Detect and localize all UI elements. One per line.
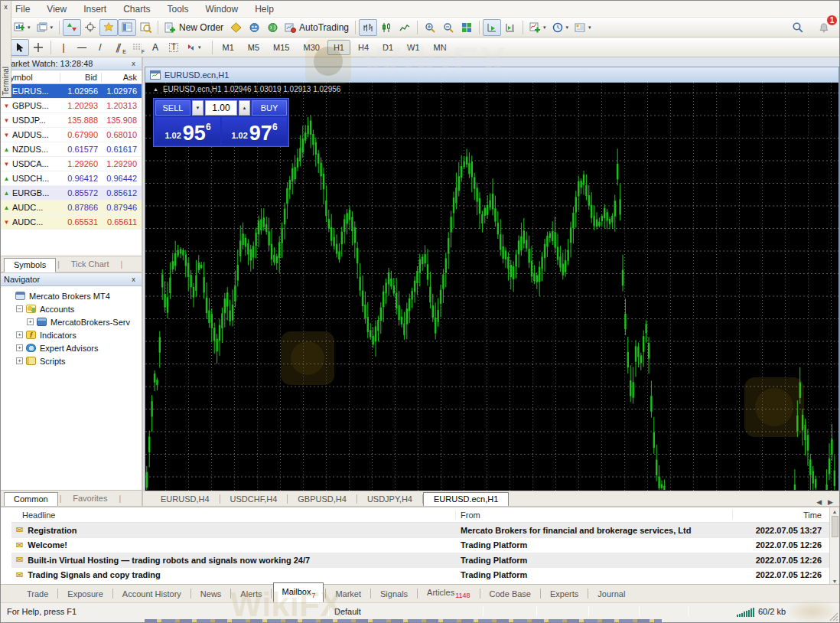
- cursor-tool-button[interactable]: [11, 39, 29, 56]
- data-window-button[interactable]: [81, 19, 99, 36]
- menu-item-window[interactable]: Window: [197, 2, 247, 17]
- expand-icon[interactable]: +: [16, 357, 23, 364]
- resize-grip[interactable]: [829, 612, 838, 621]
- new-chart-button[interactable]: ▾: [11, 19, 34, 36]
- tree-item-mercato-brokers-mt4[interactable]: Mercato Brokers MT4: [4, 289, 142, 302]
- scroll-down-icon[interactable]: ▼: [832, 579, 838, 584]
- mailbox-row[interactable]: ✉Trading Signals and copy tradingTrading…: [11, 568, 829, 583]
- expand-icon[interactable]: +: [16, 331, 23, 338]
- tab-scroll-left-icon[interactable]: ◀: [816, 498, 822, 506]
- timeframe-m5[interactable]: M5: [242, 40, 265, 55]
- terminal-tab-journal[interactable]: Journal: [590, 587, 633, 601]
- collapse-icon[interactable]: −: [16, 305, 23, 312]
- terminal-tab-trade[interactable]: Trade: [19, 587, 56, 601]
- sell-price-box[interactable]: 1.02 95 6: [155, 117, 220, 145]
- menu-item-insert[interactable]: Insert: [75, 2, 115, 17]
- market-watch-row[interactable]: ▼USDJP...135.888135.908: [1, 113, 142, 128]
- trendline-tool-button[interactable]: /: [91, 39, 109, 56]
- menu-item-help[interactable]: Help: [246, 2, 282, 17]
- chart-canvas[interactable]: ▲ EURUSD.ecn,H1 1.02946 1.03019 1.02913 …: [145, 83, 838, 491]
- new-order-button[interactable]: New Order: [161, 19, 226, 36]
- chart-shift-button[interactable]: [501, 19, 519, 36]
- terminal-tab-signals[interactable]: Signals: [373, 587, 415, 601]
- timeframe-mn[interactable]: MN: [428, 40, 453, 55]
- chart-window-titlebar[interactable]: EURUSD.ecn,H1: [145, 67, 838, 83]
- market-watch-toggle-button[interactable]: [63, 19, 81, 36]
- chart-tab-eurusd-h4[interactable]: EURUSD,H4: [151, 493, 220, 506]
- expand-icon[interactable]: +: [16, 344, 23, 351]
- auto-scroll-button[interactable]: [483, 19, 501, 36]
- profiles-button[interactable]: ▾: [34, 19, 57, 36]
- close-icon[interactable]: x: [129, 59, 138, 68]
- timeframe-m30[interactable]: M30: [297, 40, 325, 55]
- market-watch-row[interactable]: ▼AUDUS...0.679900.68010: [1, 128, 142, 142]
- menu-item-file[interactable]: File: [7, 2, 38, 17]
- tab-common[interactable]: Common: [4, 492, 58, 507]
- market-watch-row[interactable]: ▼USDCA...1.292601.29290: [1, 157, 142, 171]
- timeframe-d1[interactable]: D1: [376, 40, 399, 55]
- expand-icon[interactable]: +: [27, 318, 34, 325]
- terminal-tab-market[interactable]: Market: [327, 587, 369, 601]
- channel-tool-button[interactable]: ∥ E: [109, 39, 128, 56]
- zoom-out-button[interactable]: [439, 19, 457, 36]
- label-tool-button[interactable]: T: [164, 39, 183, 56]
- tile-windows-button[interactable]: [457, 19, 476, 36]
- line-chart-button[interactable]: [396, 19, 414, 36]
- zoom-in-button[interactable]: [421, 19, 439, 36]
- scroll-up-icon[interactable]: ▲: [832, 509, 838, 514]
- strategy-tester-button[interactable]: [136, 19, 155, 36]
- chart-tab-usdjpy-h4[interactable]: USDJPY,H4: [357, 493, 422, 506]
- bar-chart-button[interactable]: [359, 19, 377, 36]
- mailbox-row[interactable]: ✉RegistrationMercato Brokers for financi…: [11, 523, 829, 538]
- terminal-tab-code-base[interactable]: Code Base: [482, 587, 539, 601]
- tree-item-mercatobrokers-serv[interactable]: +MercatoBrokers-Serv: [4, 315, 142, 328]
- column-time[interactable]: Time: [733, 510, 829, 520]
- volume-decrease-button[interactable]: ▼: [192, 100, 203, 116]
- tab-scroll-right-icon[interactable]: ▶: [828, 498, 833, 506]
- timeframe-w1[interactable]: W1: [401, 40, 426, 55]
- chart-tab-usdchf-h4[interactable]: USDCHF,H4: [220, 493, 288, 506]
- close-icon[interactable]: x: [129, 275, 138, 284]
- tree-item-accounts[interactable]: −Accounts: [4, 302, 142, 315]
- mailbox-row[interactable]: ✉Built-in Virtual Hosting — trading robo…: [11, 553, 829, 568]
- fibonacci-tool-button[interactable]: F: [128, 39, 146, 56]
- market-watch-row[interactable]: ▲EURUS...1.029561.02976: [1, 84, 142, 99]
- sell-button[interactable]: SELL: [155, 100, 190, 116]
- buy-button[interactable]: BUY: [252, 100, 287, 116]
- tab-tick-chart[interactable]: Tick Chart: [61, 257, 119, 272]
- timeframe-h1[interactable]: H1: [327, 40, 350, 55]
- timeframe-m15[interactable]: M15: [267, 40, 295, 55]
- indicators-button[interactable]: ▾: [526, 19, 549, 36]
- market-watch-row[interactable]: ▲USDCH...0.964120.96442: [1, 171, 142, 186]
- tree-item-scripts[interactable]: +Scripts: [4, 354, 142, 367]
- notifications-button[interactable]: 1: [815, 19, 833, 36]
- column-headline[interactable]: Headline: [11, 510, 456, 520]
- terminal-toggle-button[interactable]: [118, 19, 136, 36]
- timeframe-h4[interactable]: H4: [352, 40, 375, 55]
- autotrading-button[interactable]: AutoTrading: [282, 19, 352, 36]
- horizontal-line-tool-button[interactable]: —: [73, 39, 91, 56]
- volume-increase-button[interactable]: ▲: [239, 100, 250, 116]
- mailbox-row[interactable]: ✉Welcome!Trading Platform2022.07.05 12:2…: [11, 538, 829, 553]
- terminal-tab-exposure[interactable]: Exposure: [60, 587, 110, 601]
- broadcast-button[interactable]: [263, 19, 282, 36]
- crosshair-tool-button[interactable]: [29, 39, 47, 56]
- terminal-tab-account-history[interactable]: Account History: [115, 587, 189, 601]
- buy-price-box[interactable]: 1.02 97 6: [222, 117, 287, 145]
- arrows-tool-button[interactable]: ▾: [183, 39, 204, 56]
- candlestick-chart-button[interactable]: [377, 19, 396, 36]
- chart-tab-gbpusd-h4[interactable]: GBPUSD,H4: [288, 493, 357, 506]
- market-watch-row[interactable]: ▼AUDC...0.655310.65611: [1, 215, 142, 230]
- market-watch-row[interactable]: ▼GBPUS...1.202931.20313: [1, 99, 142, 113]
- volume-input[interactable]: 1.00: [205, 100, 237, 116]
- navigator-toggle-button[interactable]: [99, 19, 118, 36]
- scrollbar-thumb[interactable]: [832, 516, 838, 537]
- terminal-scrollbar[interactable]: ▲ ▼: [829, 507, 839, 585]
- terminal-tab-articles[interactable]: Articles1148: [419, 585, 477, 602]
- terminal-tab-alerts[interactable]: Alerts: [233, 587, 269, 601]
- column-bid[interactable]: Bid: [60, 73, 102, 82]
- market-watch-row[interactable]: ▲NZDUS...0.615770.61617: [1, 142, 142, 157]
- tab-favorites[interactable]: Favorites: [63, 491, 117, 506]
- metaeditor-button[interactable]: [226, 19, 245, 36]
- column-ask[interactable]: Ask: [102, 73, 142, 82]
